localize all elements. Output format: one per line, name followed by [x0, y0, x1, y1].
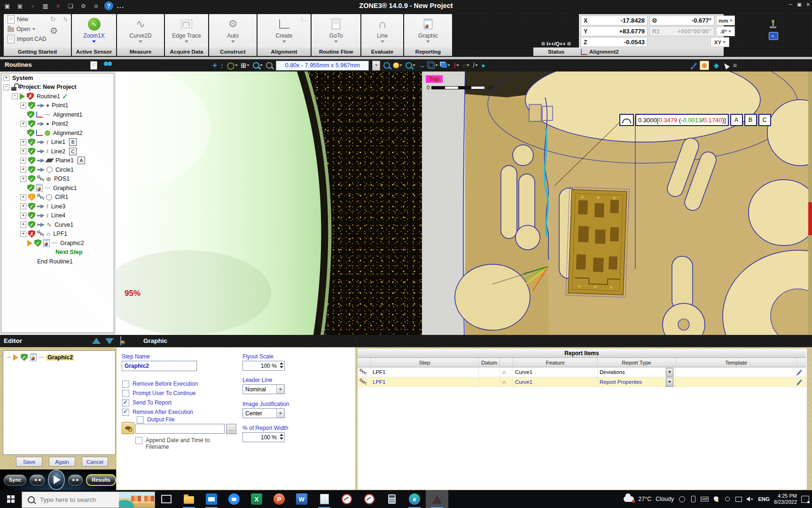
search-input[interactable]: [39, 496, 102, 504]
solid-model-icon[interactable]: [441, 63, 450, 68]
tree-item-alignment1[interactable]: ✓Alignment1: [1, 110, 114, 119]
taskbar-edge[interactable]: e: [403, 490, 426, 508]
weather-condition[interactable]: Cloudy: [656, 496, 674, 502]
spinner-arrows-icon[interactable]: [280, 362, 283, 368]
save-button[interactable]: Save: [16, 457, 42, 467]
row-datum[interactable]: [479, 377, 500, 387]
graphic-report-button[interactable]: Graphic: [404, 16, 452, 48]
tree-item-point1[interactable]: +✓Point1: [1, 101, 114, 111]
dimension-annotation[interactable]: 0.3000[0.3479 (-0.0013/0.1740)] A B C: [619, 114, 771, 126]
report-type-dropdown[interactable]: [666, 368, 673, 377]
pointer-icon[interactable]: [724, 63, 728, 69]
close-icon[interactable]: ✕: [806, 2, 810, 7]
chevron-down-icon[interactable]: [372, 61, 380, 71]
alignment-secondary-icon[interactable]: [302, 16, 308, 21]
row-edit-icon[interactable]: [797, 367, 806, 377]
taskbar-remote-desktop[interactable]: [200, 490, 223, 508]
tree-item-project-new-project[interactable]: −Project: New Project: [1, 83, 114, 92]
probe-path-icon[interactable]: /: [473, 62, 478, 69]
edit-view-icon[interactable]: [694, 63, 695, 69]
magnification-combo[interactable]: 0.80x - 7.955mm x 5.967mm: [276, 61, 369, 71]
crosshair-tool-icon[interactable]: ⊞: [241, 62, 250, 69]
expand-icon[interactable]: +: [3, 75, 9, 81]
expand-icon[interactable]: +: [20, 158, 26, 164]
flyout-scale-spinner[interactable]: 100 %: [242, 361, 285, 371]
joystick-icon[interactable]: [769, 20, 777, 28]
expand-icon[interactable]: +: [20, 139, 26, 145]
tree-item-routine1[interactable]: −✗Routine1✓: [1, 92, 114, 101]
selected-step-row[interactable]: ✓ Graphic2: [3, 351, 115, 361]
notification-center-icon[interactable]: [801, 496, 809, 503]
circle-tool-icon[interactable]: ◯: [227, 62, 238, 69]
move-up-icon[interactable]: [92, 338, 101, 344]
step-name-input[interactable]: Graphic2: [122, 361, 197, 371]
tree-item-line4[interactable]: +✓/Line4: [1, 211, 114, 221]
refresh-icon[interactable]: ↻: [50, 15, 56, 24]
checkbox-remove-before-execution[interactable]: Remove Before Execution: [122, 381, 198, 388]
taskbar-zone3[interactable]: [426, 490, 448, 508]
minimize-icon[interactable]: ─: [789, 2, 792, 7]
illumination-icon[interactable]: [393, 63, 402, 68]
expand-icon[interactable]: +: [20, 148, 26, 154]
move-down-icon[interactable]: [105, 338, 114, 344]
taskbar-word[interactable]: W: [290, 490, 313, 508]
run-button[interactable]: [48, 469, 65, 490]
tree-item-line3[interactable]: +✓/Line3: [1, 202, 114, 211]
tree-item-end-routine1[interactable]: End Routine1: [1, 257, 114, 266]
weather-icon[interactable]: [624, 496, 634, 502]
taskbar-calculator[interactable]: [381, 490, 403, 508]
find-icon[interactable]: [104, 61, 112, 66]
row-report-type[interactable]: Report Properties: [598, 377, 676, 387]
search-tray-icon[interactable]: [723, 495, 731, 503]
expand-icon[interactable]: +: [20, 176, 26, 182]
expand-view-icon[interactable]: ↔: [419, 62, 425, 69]
zoom-fit-icon[interactable]: [383, 62, 390, 69]
expand-icon[interactable]: +: [20, 213, 26, 219]
routine-list-ic[interactable]: [90, 61, 97, 70]
terminal-icon[interactable]: >_: [769, 32, 778, 40]
taskbar-powerpoint[interactable]: P: [268, 490, 290, 508]
spinner-arrows-icon[interactable]: [280, 434, 283, 440]
expand-icon[interactable]: +: [20, 194, 26, 200]
tree-item-graphic1[interactable]: ✓Graphic1: [1, 183, 114, 193]
obs-tray-icon[interactable]: [678, 495, 686, 503]
tree-item-graphic2[interactable]: ✓Graphic2: [1, 238, 114, 248]
step-back-button[interactable]: ◄◄: [30, 475, 44, 485]
row-report-type[interactable]: Deviations: [598, 367, 676, 377]
units-angular-dropdown[interactable]: .0°: [716, 26, 735, 36]
expand-icon[interactable]: +: [20, 121, 26, 127]
row-datum[interactable]: [479, 367, 500, 377]
cancel-button[interactable]: Cancel: [82, 457, 108, 467]
taskbar-search[interactable]: [22, 492, 155, 508]
sync-button[interactable]: Sync: [4, 475, 26, 485]
ucp-tray-icon[interactable]: UCP: [701, 495, 709, 503]
tree-item-plane1[interactable]: +✓Plane1A: [1, 156, 114, 166]
tree-item-system[interactable]: +System: [1, 73, 114, 83]
tree-item-cir1[interactable]: +!GDTCIR1: [1, 193, 114, 202]
report-width-spinner[interactable]: 100 %: [242, 432, 285, 442]
row-template[interactable]: [676, 367, 797, 377]
camera-live-view[interactable]: 95%: [116, 71, 422, 335]
taskbar-file-explorer[interactable]: [178, 490, 200, 508]
security-tray-icon[interactable]: [712, 495, 720, 503]
taskbar-notepad[interactable]: [313, 490, 336, 508]
start-button[interactable]: [0, 490, 22, 508]
output-lock-button[interactable]: [122, 422, 134, 434]
units-linear-dropdown[interactable]: mm: [716, 16, 735, 25]
curve2d-button[interactable]: ∿ Curve2D: [117, 16, 164, 48]
taskbar-zoom-meeting[interactable]: [223, 490, 245, 508]
expand-icon[interactable]: +: [20, 222, 26, 228]
step-forward-button[interactable]: ►►: [68, 475, 83, 485]
taskbar-steps-recorder[interactable]: [358, 490, 381, 508]
new-button[interactable]: New: [4, 14, 71, 24]
auto-construct-button[interactable]: ⚙ Auto: [209, 16, 257, 48]
volume-muted-icon[interactable]: ✕: [746, 495, 754, 503]
view-orientation-icon[interactable]: [429, 63, 438, 69]
lightning-icon[interactable]: ϟ: [63, 15, 67, 23]
scan-region-icon[interactable]: ◌: [462, 62, 469, 69]
tree-item-lpf1[interactable]: +✗GDT∩LPF1: [1, 230, 114, 239]
again-button[interactable]: Again: [49, 457, 75, 467]
row-feature[interactable]: Curve1: [513, 377, 598, 387]
expand-icon[interactable]: +: [20, 103, 26, 109]
row-step[interactable]: LPF1: [371, 377, 479, 387]
